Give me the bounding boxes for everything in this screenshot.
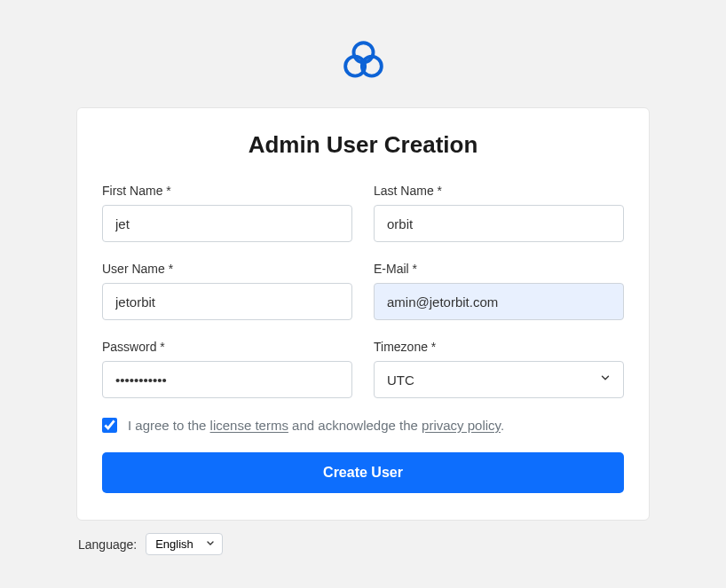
admin-user-creation-card: Admin User Creation First Name * Last Na… xyxy=(76,107,650,521)
last-name-input[interactable] xyxy=(374,205,624,242)
license-terms-link[interactable]: license terms xyxy=(210,418,288,433)
logo-icon xyxy=(339,35,388,88)
page-title: Admin User Creation xyxy=(102,131,624,159)
user-name-input[interactable] xyxy=(102,283,352,320)
privacy-policy-link[interactable]: privacy policy xyxy=(422,418,501,433)
user-name-label: User Name * xyxy=(102,262,352,276)
language-label: Language: xyxy=(78,537,137,552)
language-select[interactable]: English xyxy=(146,533,223,555)
password-input[interactable] xyxy=(102,361,352,398)
first-name-label: First Name * xyxy=(102,184,352,198)
timezone-label: Timezone * xyxy=(374,340,624,354)
create-user-button[interactable]: Create User xyxy=(102,452,624,493)
email-input[interactable] xyxy=(374,283,624,320)
first-name-input[interactable] xyxy=(102,205,352,242)
last-name-label: Last Name * xyxy=(374,184,624,198)
email-label: E-Mail * xyxy=(374,262,624,276)
password-label: Password * xyxy=(102,340,352,354)
agree-checkbox[interactable] xyxy=(102,418,117,433)
agree-text: I agree to the license terms and acknowl… xyxy=(128,418,504,433)
timezone-select[interactable]: UTC xyxy=(374,361,624,398)
